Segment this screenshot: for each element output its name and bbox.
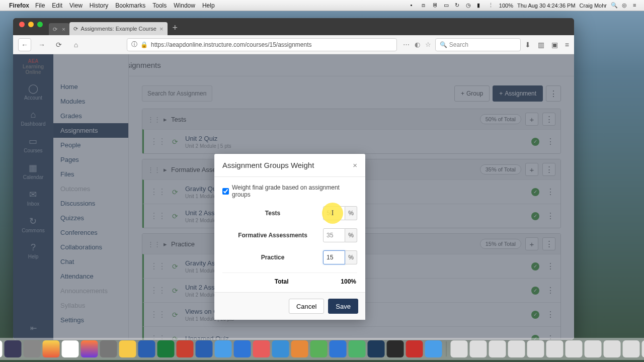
dock-app-icon[interactable] bbox=[272, 340, 289, 357]
dock-folder-icon[interactable] bbox=[585, 340, 602, 357]
menu-window[interactable]: Window bbox=[174, 2, 195, 9]
dock-app-icon[interactable] bbox=[310, 340, 328, 357]
clock-icon[interactable]: ◷ bbox=[466, 2, 473, 9]
assignment-weights-modal: Assignment Groups Weight × Weight final … bbox=[214, 154, 365, 320]
tab-bar: ⟳ × ⟳ Assignments: Example Course × + bbox=[13, 18, 574, 35]
dock-app-icon[interactable] bbox=[62, 340, 79, 357]
display-icon[interactable]: ▭ bbox=[444, 2, 451, 9]
percent-label: % bbox=[345, 228, 357, 242]
page-viewport: ≡ Example › Assignments AEA Learning Onl… bbox=[13, 54, 574, 340]
downloads-icon[interactable]: ⬇ bbox=[525, 41, 531, 49]
menu-tools[interactable]: Tools bbox=[152, 2, 167, 9]
dock-app-icon[interactable] bbox=[291, 340, 308, 357]
hamburger-icon[interactable]: ≡ bbox=[565, 41, 569, 49]
wifi-icon[interactable]: ⋮ bbox=[488, 2, 495, 9]
home-button[interactable]: ⌂ bbox=[69, 38, 83, 51]
weight-input[interactable] bbox=[323, 206, 345, 220]
macos-dock[interactable] bbox=[0, 338, 644, 360]
dropbox-icon[interactable]: ⧈ bbox=[422, 2, 429, 9]
dock-app-icon[interactable] bbox=[24, 340, 41, 357]
menu-bookmarks[interactable]: Bookmarks bbox=[115, 2, 145, 9]
spotlight-icon[interactable]: 🔍 bbox=[611, 2, 618, 9]
bookmark-icon[interactable]: ☆ bbox=[425, 41, 431, 48]
menu-view[interactable]: View bbox=[69, 2, 83, 9]
search-field[interactable]: 🔍 Search bbox=[435, 38, 521, 51]
modal-close-icon[interactable]: × bbox=[353, 161, 357, 169]
save-button[interactable]: Save bbox=[328, 299, 358, 314]
dock-folder-icon[interactable] bbox=[489, 340, 506, 357]
dock-app-icon[interactable] bbox=[234, 340, 251, 357]
weight-checkbox-input[interactable] bbox=[222, 188, 229, 195]
reader-icon[interactable]: ◐ bbox=[415, 41, 420, 48]
new-tab-button[interactable]: + bbox=[168, 23, 183, 35]
status-icon[interactable]: ▪ bbox=[411, 2, 418, 9]
dock-app-icon[interactable] bbox=[0, 340, 3, 357]
dock-folder-icon[interactable] bbox=[508, 340, 525, 357]
dock-app-icon[interactable] bbox=[177, 340, 194, 357]
info-icon[interactable]: ⓘ bbox=[131, 40, 137, 49]
dock-app-icon[interactable] bbox=[406, 340, 423, 357]
dock-folder-icon[interactable] bbox=[623, 340, 640, 357]
window-controls[interactable] bbox=[17, 22, 48, 32]
dock-folder-icon[interactable] bbox=[604, 340, 621, 357]
dock-app-icon[interactable] bbox=[43, 340, 60, 357]
library-icon[interactable]: ▥ bbox=[538, 41, 544, 49]
menu-history[interactable]: History bbox=[90, 2, 108, 9]
dock-app-icon[interactable] bbox=[425, 340, 442, 357]
search-placeholder: Search bbox=[449, 41, 468, 48]
url-text: https://aeapdonline.instructure.com/cour… bbox=[151, 41, 312, 48]
menu-help[interactable]: Help bbox=[202, 2, 215, 9]
dock-app-icon[interactable] bbox=[5, 340, 22, 357]
tab-active[interactable]: ⟳ Assignments: Example Course × bbox=[69, 22, 168, 35]
menubar-user[interactable]: Craig Mohr bbox=[580, 3, 607, 9]
firefox-window: ⟳ × ⟳ Assignments: Example Course × + ← … bbox=[13, 18, 574, 340]
weight-row: Practice% bbox=[222, 250, 357, 266]
tab-close-icon[interactable]: × bbox=[159, 25, 164, 33]
weight-label: Tests bbox=[222, 210, 323, 217]
dock-app-icon[interactable] bbox=[215, 340, 232, 357]
dock-folder-icon[interactable] bbox=[566, 340, 583, 357]
menu-edit[interactable]: Edit bbox=[52, 2, 62, 9]
sync-icon[interactable]: ↻ bbox=[455, 2, 462, 9]
dock-folder-icon[interactable] bbox=[642, 340, 645, 357]
menubar-datetime[interactable]: Thu Aug 30 4:24:36 PM bbox=[517, 3, 576, 9]
dock-folder-icon[interactable] bbox=[451, 340, 468, 357]
dock-app-icon[interactable] bbox=[330, 340, 347, 357]
battery-icon[interactable]: ▮ bbox=[477, 2, 484, 9]
page-actions-icon[interactable]: ⋯ bbox=[403, 41, 410, 48]
dock-app-icon[interactable] bbox=[368, 340, 385, 357]
weight-input[interactable] bbox=[323, 228, 345, 242]
dock-folder-icon[interactable] bbox=[470, 340, 487, 357]
siri-icon[interactable]: ◎ bbox=[622, 2, 629, 9]
back-button[interactable]: ← bbox=[18, 38, 31, 51]
forward-button[interactable]: → bbox=[35, 38, 48, 51]
dock-folder-icon[interactable] bbox=[527, 340, 544, 357]
tab-favicon: ⟳ bbox=[73, 26, 78, 32]
tab-background[interactable]: ⟳ × bbox=[49, 23, 69, 35]
app-name[interactable]: Firefox bbox=[9, 2, 29, 9]
dock-app-icon[interactable] bbox=[119, 340, 136, 357]
dock-app-icon[interactable] bbox=[196, 340, 213, 357]
cancel-button[interactable]: Cancel bbox=[289, 299, 324, 314]
dock-app-icon[interactable] bbox=[387, 340, 404, 357]
lock-icon: 🔒 bbox=[140, 41, 148, 48]
url-field[interactable]: ⓘ 🔒 https://aeapdonline.instructure.com/… bbox=[127, 38, 397, 51]
dock-app-icon[interactable] bbox=[157, 340, 175, 357]
notifications-icon[interactable]: ≡ bbox=[633, 2, 640, 9]
weight-input[interactable] bbox=[323, 250, 345, 264]
dock-app-icon[interactable] bbox=[349, 340, 366, 357]
weight-label: Practice bbox=[222, 254, 323, 261]
dock-app-icon[interactable] bbox=[81, 340, 98, 357]
dock-app-icon[interactable] bbox=[138, 340, 155, 357]
weight-checkbox[interactable]: Weight final grade based on assignment g… bbox=[222, 184, 357, 198]
reload-button[interactable]: ⟳ bbox=[52, 38, 65, 51]
shield-icon[interactable]: ⛨ bbox=[433, 2, 440, 9]
dock-app-icon[interactable] bbox=[253, 340, 270, 357]
dock-app-icon[interactable] bbox=[100, 340, 117, 357]
modal-title: Assignment Groups Weight bbox=[222, 161, 314, 169]
total-label: Total bbox=[222, 278, 341, 285]
menu-file[interactable]: File bbox=[35, 2, 45, 9]
weight-label: Formative Assessments bbox=[222, 232, 323, 239]
sidebar-icon[interactable]: ▣ bbox=[551, 41, 558, 49]
dock-folder-icon[interactable] bbox=[546, 340, 564, 357]
